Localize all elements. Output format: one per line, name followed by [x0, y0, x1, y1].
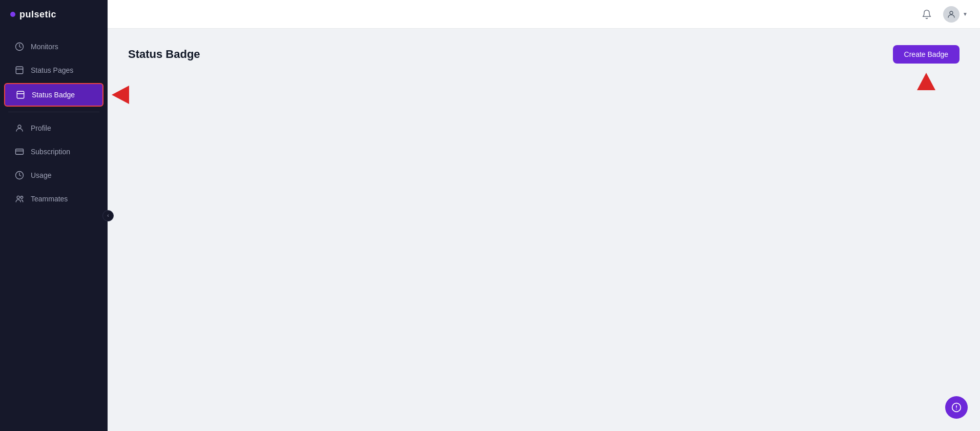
create-badge-container: Create Badge — [893, 45, 960, 64]
sidebar-item-usage[interactable]: Usage — [4, 165, 103, 186]
status-badge-icon — [15, 90, 26, 100]
avatar[interactable] — [943, 6, 960, 23]
sidebar-item-usage-label: Usage — [31, 171, 51, 179]
sidebar-item-subscription-label: Subscription — [31, 148, 70, 156]
svg-rect-6 — [16, 149, 24, 155]
create-badge-arrow-annotation — [917, 73, 935, 90]
user-menu[interactable]: ▼ — [943, 6, 968, 23]
sidebar-item-status-badge-label: Status Badge — [32, 91, 75, 99]
notification-bell-button[interactable] — [919, 6, 935, 23]
sidebar: pulsetic Monitors Status Pages Status Ba… — [0, 0, 108, 431]
subscription-icon — [14, 147, 25, 157]
profile-icon — [14, 123, 25, 133]
status-pages-icon — [14, 65, 25, 75]
sidebar-item-profile-label: Profile — [31, 124, 51, 132]
support-chat-button[interactable] — [945, 396, 968, 419]
svg-rect-3 — [17, 91, 24, 98]
sidebar-divider — [8, 112, 99, 112]
sidebar-item-status-pages[interactable]: Status Pages — [4, 59, 103, 81]
svg-point-11 — [950, 11, 953, 14]
sidebar-nav: Monitors Status Pages Status Badge — [0, 29, 108, 431]
topbar: ▼ — [108, 0, 980, 29]
sidebar-item-monitors-label: Monitors — [31, 43, 58, 51]
page-header: Status Badge Create Badge — [128, 45, 960, 64]
page-title: Status Badge — [128, 48, 200, 61]
logo-text: pulsetic — [19, 9, 56, 20]
main-content: ▼ Status Badge Create Badge — [108, 0, 980, 431]
sidebar-item-status-pages-label: Status Pages — [31, 66, 73, 74]
svg-point-5 — [18, 125, 21, 128]
logo-area: pulsetic — [0, 0, 108, 29]
svg-point-10 — [20, 196, 23, 199]
usage-icon — [14, 170, 25, 180]
content-area: Status Badge Create Badge — [108, 29, 980, 431]
logo-dot — [10, 12, 15, 17]
create-badge-button[interactable]: Create Badge — [893, 45, 960, 64]
sidebar-item-monitors[interactable]: Monitors — [4, 36, 103, 57]
sidebar-collapse-button[interactable]: ‹ — [102, 210, 114, 221]
sidebar-item-subscription[interactable]: Subscription — [4, 141, 103, 162]
sidebar-item-teammates[interactable]: Teammates — [4, 188, 103, 210]
monitor-icon — [14, 42, 25, 52]
svg-point-9 — [17, 196, 19, 198]
teammates-icon — [14, 194, 25, 204]
avatar-chevron-icon: ▼ — [963, 11, 968, 17]
svg-rect-1 — [16, 67, 23, 74]
sidebar-item-profile[interactable]: Profile — [4, 117, 103, 139]
sidebar-item-status-badge[interactable]: Status Badge — [4, 83, 103, 107]
sidebar-item-teammates-label: Teammates — [31, 195, 68, 203]
